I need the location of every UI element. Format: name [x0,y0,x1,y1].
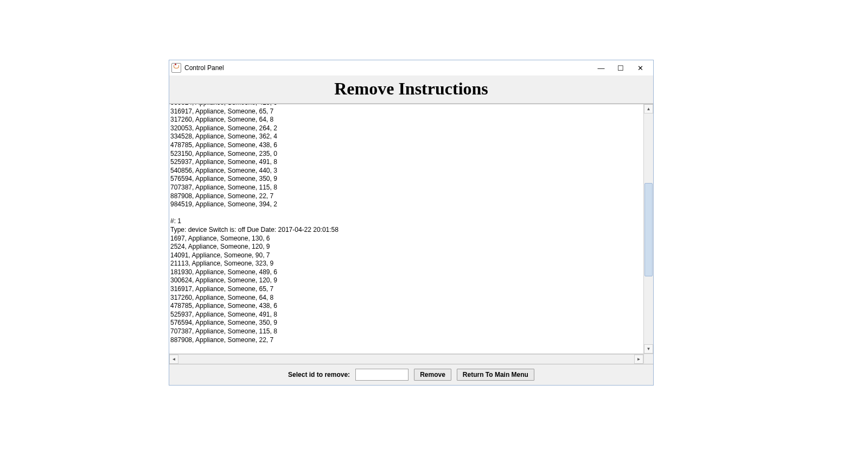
id-input[interactable] [355,369,409,381]
text-line: 523150, Appliance, Someone, 235, 0 [170,150,642,159]
maximize-button[interactable]: ☐ [616,64,625,72]
text-line: 525937, Appliance, Someone, 491, 8 [170,158,642,167]
text-line: 320053, Appliance, Someone, 264, 2 [170,124,642,133]
app-window: Control Panel — ☐ ✕ Remove Instructions … [169,60,654,386]
remove-button[interactable]: Remove [414,369,451,381]
text-line: 316917, Appliance, Someone, 65, 7 [170,285,642,294]
text-line: 576594, Appliance, Someone, 350, 9 [170,175,642,184]
footer-bar: Select id to remove: Remove Return To Ma… [169,364,653,385]
text-line: 707387, Appliance, Someone, 115, 8 [170,327,642,336]
horizontal-scrollbar[interactable]: ◄ ► [169,354,643,364]
text-line: 334528, Appliance, Someone, 362, 4 [170,132,642,141]
window-controls: — ☐ ✕ [597,64,651,72]
text-line: #: 1 [170,217,642,226]
window-title: Control Panel [184,64,597,72]
scroll-left-button[interactable]: ◄ [169,355,178,364]
text-line: 525937, Appliance, Someone, 491, 8 [170,311,642,319]
scroll-track[interactable] [644,113,653,344]
select-id-label: Select id to remove: [288,371,350,378]
scroll-right-button[interactable]: ► [634,355,643,364]
text-line: 2524, Appliance, Someone, 120, 9 [170,243,642,251]
text-line: 316917, Appliance, Someone, 65, 7 [170,108,642,116]
close-button[interactable]: ✕ [636,64,644,72]
scroll-thumb[interactable] [644,183,653,276]
text-line: 887908, Appliance, Someone, 22, 7 [170,336,642,345]
titlebar: Control Panel — ☐ ✕ [169,60,653,75]
minimize-button[interactable]: — [597,64,605,72]
text-line: 181930, Appliance, Someone, 489, 6 [170,268,642,277]
scroll-track-h[interactable] [178,355,634,364]
page-title: Remove Instructions [169,75,653,104]
text-line: 317260, Appliance, Someone, 64, 8 [170,116,642,124]
java-icon [171,63,181,73]
text-line: 707387, Appliance, Someone, 115, 8 [170,184,642,192]
text-line: 317260, Appliance, Someone, 64, 8 [170,294,642,302]
text-line: 984519, Appliance, Someone, 394, 2 [170,200,642,209]
text-line: 1697, Appliance, Someone, 130, 6 [170,235,642,243]
scroll-up-button[interactable]: ▲ [644,104,653,113]
text-line: 21113, Appliance, Someone, 323, 9 [170,260,642,268]
text-line: 576594, Appliance, Someone, 350, 9 [170,319,642,327]
text-line: 887908, Appliance, Someone, 22, 7 [170,192,642,201]
scrollbar-corner [643,354,653,363]
text-line [170,209,642,218]
text-scroll-container: 000024, Appliance, Someone, 420, 0 31691… [169,104,653,354]
text-content: 000024, Appliance, Someone, 420, 0 31691… [169,104,643,354]
text-line: 540856, Appliance, Someone, 440, 3 [170,167,642,175]
vertical-scrollbar[interactable]: ▲ ▼ [643,104,653,354]
content-area: 000024, Appliance, Someone, 420, 0 31691… [169,104,653,364]
text-line: 14091, Appliance, Someone, 90, 7 [170,251,642,260]
return-button[interactable]: Return To Main Menu [457,369,534,381]
text-line: 300624, Appliance, Someone, 120, 9 [170,276,642,285]
text-line: 478785, Appliance, Someone, 438, 6 [170,141,642,150]
text-line: Type: device Switch is: off Due Date: 20… [170,226,642,235]
text-line: 478785, Appliance, Someone, 438, 6 [170,302,642,311]
scroll-down-button[interactable]: ▼ [644,344,653,354]
